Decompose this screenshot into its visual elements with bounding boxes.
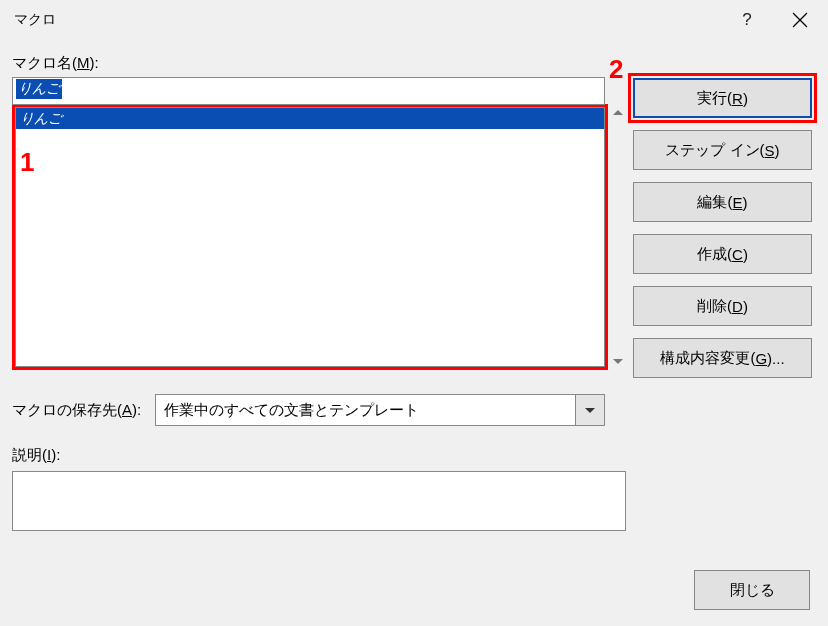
- listbox-scrollbar[interactable]: [608, 108, 628, 366]
- description-label: 説明(I):: [12, 446, 617, 465]
- create-button[interactable]: 作成(C): [633, 234, 812, 274]
- scroll-up-icon: [613, 110, 623, 115]
- save-in-label: マクロの保存先(A):: [12, 401, 141, 420]
- macro-name-selection: りんご: [16, 79, 62, 99]
- titlebar: マクロ ?: [0, 0, 828, 40]
- combo-arrow-button[interactable]: [575, 394, 605, 426]
- macro-name-input-wrap: りんご: [12, 77, 617, 105]
- organize-button[interactable]: 構成内容変更(G)...: [633, 338, 812, 378]
- save-in-value: 作業中のすべての文書とテンプレート: [164, 401, 419, 420]
- close-icon: [792, 12, 808, 28]
- macro-name-label: マクロ名(M):: [12, 54, 617, 73]
- help-button[interactable]: ?: [722, 1, 772, 39]
- chevron-down-icon: [585, 408, 595, 413]
- macro-list-highlight: りんご: [12, 104, 608, 370]
- help-icon: ?: [742, 10, 751, 30]
- close-x-button[interactable]: [772, 1, 828, 39]
- save-in-combo[interactable]: 作業中のすべての文書とテンプレート: [155, 394, 605, 426]
- dialog-title: マクロ: [14, 11, 56, 29]
- macro-dialog: マクロ ? マクロ名(M): りんご りんご: [0, 0, 828, 626]
- close-row: 閉じる: [694, 570, 810, 610]
- list-item[interactable]: りんご: [16, 108, 604, 129]
- delete-button[interactable]: 削除(D): [633, 286, 812, 326]
- macro-listbox[interactable]: りんご: [15, 107, 605, 367]
- edit-button[interactable]: 編集(E): [633, 182, 812, 222]
- run-button[interactable]: 実行(R): [633, 78, 812, 118]
- description-box[interactable]: [12, 471, 626, 531]
- scroll-down-icon: [613, 359, 623, 364]
- step-in-button[interactable]: ステップ イン(S): [633, 130, 812, 170]
- macro-name-input[interactable]: [12, 77, 605, 105]
- close-button[interactable]: 閉じる: [694, 570, 810, 610]
